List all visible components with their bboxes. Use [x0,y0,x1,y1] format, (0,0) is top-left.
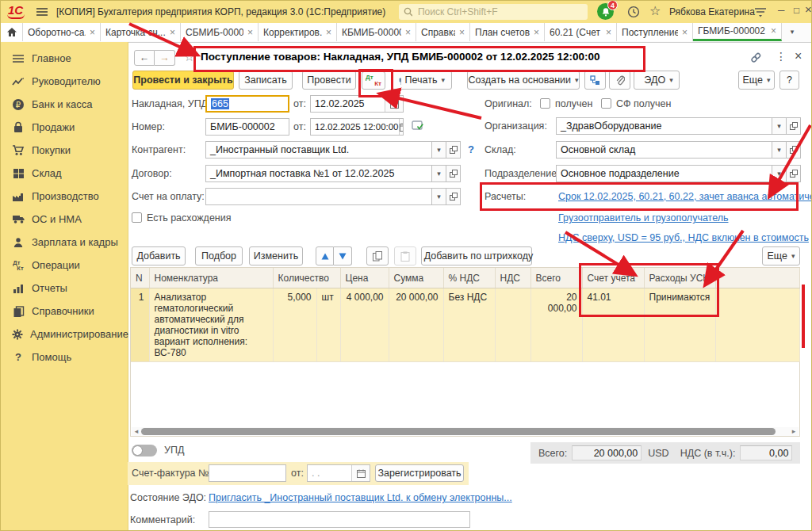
cell-quantity[interactable]: 5,000 [273,288,316,362]
add-row-button[interactable]: Добавить [132,246,186,266]
edo-invite-link[interactable]: Пригласить _Иностранный поставщик Ltd. к… [209,492,512,503]
tab-postuplenie[interactable]: Поступление...× [617,23,693,41]
number-date-field[interactable]: 12.02.2025 12:00:00 [310,118,404,136]
tab-gbmib-active[interactable]: ГБМИБ-000002× [693,23,782,41]
more-dots-icon[interactable]: ⋮ [776,50,787,63]
sidebar-item-pomosch[interactable]: ?Помощь [1,346,128,369]
create-based-on-button[interactable]: Создать на основании▾ [467,71,580,90]
tab-oborotno[interactable]: Оборотно-са...× [23,23,101,41]
invoice-no-field[interactable]: 665 [205,95,289,113]
table-more-button[interactable]: Еще▾ [762,246,800,266]
add-by-barcode-button[interactable]: Добавить по штрихкоду [421,246,532,266]
column-header-amount[interactable]: Сумма [389,268,443,288]
sidebar-item-zarplata[interactable]: Зарплата и кадры [1,231,128,254]
invoice-date-field[interactable]: 12.02.2025 [310,95,404,113]
home-tab[interactable] [1,23,23,41]
scroll-left-icon[interactable]: ◂ [132,427,141,436]
current-user[interactable]: Рябкова Екатерина [669,6,755,17]
shipper-consignee-link[interactable]: Грузоотправитель и грузополучатель [558,212,729,223]
sidebar-item-glavnoe[interactable]: Главное [1,47,128,70]
sidebar-item-sklad[interactable]: Склад [1,162,128,185]
items-table[interactable]: N Номенклатура Количество Цена Сумма % Н… [131,268,800,362]
column-header-quantity[interactable]: Количество [273,268,340,288]
tab-close-icon[interactable]: × [326,28,331,37]
nav-forward-button[interactable]: → [155,50,175,66]
scrollbar-thumb[interactable] [141,428,776,435]
dropdown-button[interactable]: ▾ [432,141,446,159]
favorites-star-icon[interactable]: ☆ [649,5,661,17]
tab-close-icon[interactable]: × [771,26,776,36]
sidebar-item-os-nma[interactable]: ОС и НМА [1,208,128,231]
maximize-button[interactable]: □ [794,4,799,17]
minimize-button[interactable]: – [778,3,784,16]
sf-received-checkbox[interactable] [601,98,611,109]
sidebar-item-prodazhi[interactable]: Продажи [1,116,128,139]
warehouse-field[interactable]: Основной склад ▾ [556,141,801,159]
cell-vat-percent[interactable]: Без НДС [443,288,495,362]
column-header-total[interactable]: Всего [530,268,582,288]
invoice-reg-date-field[interactable]: . . [307,464,370,482]
tabs-overflow-button[interactable]: ▾ [782,23,802,41]
edo-button[interactable]: ЭДО▾ [634,71,680,90]
sidebar-item-administrirovanie[interactable]: Администрирование [1,323,128,346]
structure-button[interactable] [584,71,606,90]
column-header-price[interactable]: Цена [340,268,389,288]
dropdown-button[interactable]: ▾ [772,117,787,135]
copy-row-button[interactable] [366,246,389,266]
payment-invoice-field[interactable]: ▾ [205,188,461,205]
vat-settings-link[interactable]: НДС сверху, USD = 95 руб., НДС включен в… [558,232,809,243]
cell-nomenclature[interactable]: Анализатор гематологический автоматическ… [149,288,273,362]
dropdown-button[interactable]: ▾ [772,165,787,182]
counterparty-help-icon[interactable]: ? [468,143,474,155]
upd-toggle[interactable] [132,445,157,457]
scroll-right-icon[interactable]: ▸ [789,427,799,436]
save-button[interactable]: Записать [239,71,293,90]
tab-korrektirov[interactable]: Корректиров...× [259,23,337,41]
column-header-vat[interactable]: НДС [495,268,530,288]
counterparty-field[interactable]: _Иностранный поставщик Ltd. ▾ [205,141,461,159]
cell-vat[interactable] [495,288,530,362]
open-button[interactable] [787,141,801,159]
cell-n[interactable]: 1 [131,288,149,362]
service-menu-icon[interactable] [754,7,767,17]
column-header-usn-expenses[interactable]: Расходы УСН [644,268,715,288]
open-button[interactable] [446,141,461,159]
tab-spravka[interactable]: Справка× [416,23,470,41]
tab-6021[interactable]: 60.21 (Счет ...× [545,23,617,41]
favorite-star-icon[interactable]: ☆ [184,50,194,64]
tab-close-icon[interactable]: × [90,28,95,37]
column-header-account[interactable]: Счет учета [582,268,644,288]
sidebar-item-operacii[interactable]: ДтКтОперации [1,254,128,277]
cell-amount[interactable]: 20 000,00 [389,288,443,362]
cell-account[interactable]: 41.01 [582,288,644,362]
cell-usn-expenses[interactable]: Принимаются [644,288,715,362]
settlements-link[interactable]: Срок 12.02.2025, 60.21, 60.22, зачет ава… [558,191,812,202]
attachments-button[interactable] [609,71,630,90]
nav-back-button[interactable]: ← [134,50,155,66]
paste-row-button[interactable] [394,246,416,266]
pick-button[interactable]: Подбор [195,246,243,266]
table-row[interactable]: 1 Анализатор гематологический автоматиче… [131,288,799,362]
copy-link-icon[interactable] [749,52,763,63]
tab-close-icon[interactable]: × [170,28,175,37]
contract-field[interactable]: _Импортная поставка №1 от 12.02.2025 ▾ [205,165,461,182]
tab-close-icon[interactable]: × [606,28,611,37]
horizontal-scrollbar[interactable]: ◂ ▸ [132,427,799,436]
comment-field[interactable] [209,511,470,528]
dropdown-button[interactable]: ▾ [432,165,446,182]
global-search[interactable] [399,4,588,20]
main-menu-icon[interactable] [36,7,48,17]
sidebar-item-otchety[interactable]: Отчеты [1,277,128,300]
column-header-vat-percent[interactable]: % НДС [443,268,495,288]
invoice-reg-number-field[interactable] [209,464,286,482]
tab-sbmib[interactable]: СБМИБ-000002× [181,23,259,41]
calendar-button[interactable] [351,465,370,481]
tab-close-icon[interactable]: × [534,28,539,37]
tab-kbmib[interactable]: КБМИБ-000001× [337,23,416,41]
sidebar-item-bank-kassa[interactable]: ₽Банк и касса [1,93,128,116]
tab-close-icon[interactable]: × [247,28,253,37]
tab-close-icon[interactable]: × [682,28,688,37]
column-header-n[interactable]: N [131,268,149,288]
close-window-button[interactable]: × [805,3,812,16]
sidebar-item-pokupki[interactable]: Покупки [1,139,128,162]
